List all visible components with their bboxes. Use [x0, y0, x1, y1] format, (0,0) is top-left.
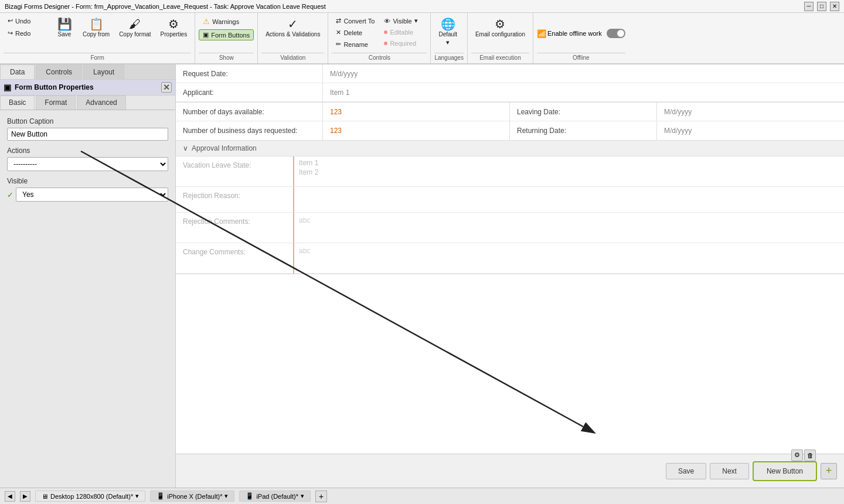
applicant-label: Applicant:: [176, 83, 322, 101]
form-section-basic: Request Date: M/d/yyyy Applicant: Item 1: [176, 64, 844, 103]
new-button-box: ⚙ 🗑 New Button: [753, 461, 817, 481]
ribbon: ↩ Undo ↪ Redo 💾 Save 📋 Copy from 🖌 Copy …: [0, 13, 844, 64]
convert-to-button[interactable]: ⇄ Convert To: [332, 15, 379, 26]
undo-button[interactable]: ↩ Undo: [4, 15, 50, 26]
device-tab-ipad[interactable]: 📱 iPad (Default)* ▾: [239, 491, 311, 502]
ribbon-group-languages: 🌐 Default ▾ Languages: [431, 13, 468, 63]
approval-section-header[interactable]: ∨ Approval Information: [176, 141, 844, 156]
form-buttons-icon: ▣: [203, 31, 209, 39]
form-canvas: Request Date: M/d/yyyy Applicant: Item 1…: [176, 64, 844, 488]
new-button[interactable]: New Button: [755, 464, 815, 479]
ribbon-group-email: ⚙ Email configuration Email execution: [468, 13, 533, 63]
default-language-button[interactable]: 🌐 Default ▾: [434, 15, 461, 49]
delete-button[interactable]: ✕ Delete: [332, 27, 379, 38]
add-device-button[interactable]: +: [315, 491, 327, 502]
device-tab-iphone[interactable]: 📱 iPhone X (Default)* ▾: [150, 491, 234, 502]
vacation-state-item2: Item 2: [299, 168, 839, 176]
actions-select[interactable]: ----------: [7, 157, 168, 171]
visible-check-icon: ✓: [7, 190, 13, 199]
redo-button[interactable]: ↪ Redo: [4, 28, 50, 39]
vacation-state-label: Vacation Leave State:: [176, 156, 293, 187]
nav-prev-button[interactable]: ◀: [5, 491, 15, 502]
approval-grid: Vacation Leave State: Item 1 Item 2 Reje…: [176, 156, 844, 274]
visible-button[interactable]: 👁 Visible ▾: [380, 15, 427, 26]
copy-from-button[interactable]: 📋 Copy from: [79, 15, 114, 40]
approval-collapse-icon: ∨: [183, 144, 188, 152]
save-button[interactable]: 💾 Save: [52, 15, 77, 40]
app-title: Bizagi Forms Designer - Form: frm_Approv…: [5, 3, 326, 10]
tab-controls[interactable]: Controls: [36, 64, 82, 79]
copy-format-button[interactable]: 🖌 Copy format: [115, 15, 155, 40]
form-row-days-available: Number of days available: 123: [176, 103, 509, 121]
actions-label: Actions: [7, 147, 168, 155]
change-comments-value: abc: [293, 243, 844, 274]
email-icon: ⚙: [495, 18, 505, 30]
desktop-icon: 🖥: [42, 493, 48, 500]
iphone-icon: 📱: [156, 492, 165, 500]
visible-label: Visible: [7, 177, 168, 185]
props-title: Form Button Properties: [15, 83, 94, 91]
rename-icon: ✏: [336, 40, 341, 48]
props-content: Button Caption Actions ---------- Visibl…: [0, 110, 175, 209]
returning-date-value: M/d/yyyy: [656, 121, 844, 140]
business-days-label: Number of business days requested:: [176, 121, 322, 140]
ribbon-group-offline: 📶 Enable offline work Offline: [533, 13, 629, 63]
editable-button: Editable: [380, 27, 427, 38]
close-btn[interactable]: ✕: [830, 2, 839, 11]
props-close-button[interactable]: ✕: [161, 82, 172, 93]
props-tab-basic[interactable]: Basic: [0, 96, 35, 110]
add-button[interactable]: +: [821, 463, 837, 479]
props-panel: ▣ Form Button Properties ✕ Basic Format …: [0, 80, 175, 488]
language-dropdown-icon: ▾: [446, 39, 450, 46]
props-header: ▣ Form Button Properties ✕: [0, 80, 175, 96]
new-button-floating-icons: ⚙ 🗑: [791, 449, 816, 461]
applicant-value: Item 1: [322, 83, 844, 101]
title-bar: Bizagi Forms Designer - Form: frm_Approv…: [0, 0, 844, 13]
window-controls: ─ □ ✕: [804, 2, 839, 11]
form-buttons-button[interactable]: ▣ Form Buttons: [199, 29, 254, 40]
actions-validations-button[interactable]: ✓ Actions & Validations: [261, 15, 324, 40]
returning-date-label: Returning Date:: [510, 121, 656, 140]
button-caption-input[interactable]: [7, 128, 168, 141]
form-section-grid: Number of days available: 123 Number of …: [176, 103, 844, 141]
maximize-btn[interactable]: □: [817, 2, 826, 11]
nav-next-button[interactable]: ▶: [20, 491, 30, 502]
rejection-comments-value: abc: [293, 213, 844, 243]
language-icon: 🌐: [441, 18, 455, 30]
save-form-button[interactable]: Save: [666, 463, 706, 479]
tab-data[interactable]: Data: [0, 64, 35, 79]
props-icon: ▣: [4, 83, 11, 92]
minimize-btn[interactable]: ─: [804, 2, 814, 11]
undo-icon: ↩: [8, 17, 13, 25]
rename-button[interactable]: ✏ Rename: [332, 39, 379, 50]
offline-toggle[interactable]: [607, 29, 625, 38]
convert-to-icon: ⇄: [336, 17, 341, 25]
leaving-date-value: M/d/yyyy: [656, 103, 844, 121]
required-dot: [384, 42, 387, 45]
days-available-label: Number of days available:: [176, 103, 322, 121]
offline-icon: 📶: [537, 29, 546, 38]
new-button-wrapper: ⚙ 🗑 New Button: [753, 461, 817, 481]
visible-dropdown-icon: ▾: [414, 17, 418, 25]
editable-dot: [384, 30, 387, 34]
new-button-settings-icon[interactable]: ⚙: [791, 449, 803, 461]
email-config-button[interactable]: ⚙ Email configuration: [471, 15, 529, 40]
device-tab-desktop[interactable]: 🖥 Desktop 1280x800 (Default)* ▾: [35, 491, 145, 502]
visible-select[interactable]: Yes: [16, 188, 168, 202]
left-panel-tabs: Data Controls Layout: [0, 64, 175, 80]
change-comments-label: Change Comments:: [176, 243, 293, 274]
new-button-delete-icon[interactable]: 🗑: [804, 449, 816, 461]
warnings-button[interactable]: ⚠ Warnings: [199, 15, 246, 28]
copy-format-icon: 🖌: [129, 18, 141, 30]
business-days-value: 123: [322, 121, 509, 140]
props-tab-advanced[interactable]: Advanced: [77, 96, 125, 110]
tab-layout[interactable]: Layout: [83, 64, 124, 79]
approval-section: ∨ Approval Information Vacation Leave St…: [176, 141, 844, 274]
main-area: Data Controls Layout ▣ Form Button Prope…: [0, 64, 844, 488]
props-tab-format[interactable]: Format: [36, 96, 76, 110]
form-row-business-days: Number of business days requested: 123: [176, 121, 509, 140]
props-tabs: Basic Format Advanced: [0, 96, 175, 110]
next-form-button[interactable]: Next: [710, 463, 749, 479]
properties-button[interactable]: ⚙ Properties: [156, 15, 192, 40]
rejection-reason-value: [293, 187, 844, 213]
